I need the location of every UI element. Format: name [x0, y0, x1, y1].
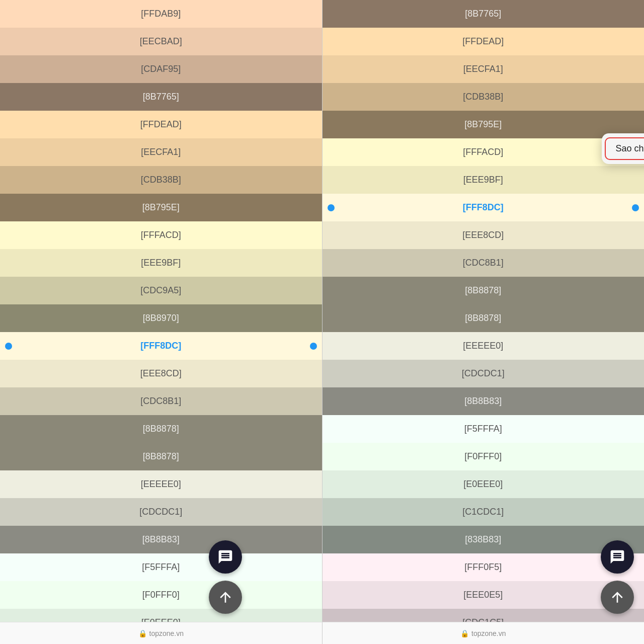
- color-row[interactable]: [8B8878]: [323, 304, 645, 332]
- left-footer: 🔒 topzone.vn: [0, 622, 323, 644]
- color-row[interactable]: [EEEEE0]: [0, 470, 322, 498]
- color-hex-label: [EECFA1]: [463, 64, 503, 74]
- color-row[interactable]: [CDB38B]: [0, 166, 322, 194]
- color-row[interactable]: [FFDAB9]: [0, 0, 322, 28]
- color-hex-label: [FFF8DC]: [463, 202, 504, 213]
- color-hex-label: [EECFA1]: [141, 147, 181, 157]
- color-row[interactable]: [CDAF95]: [0, 55, 322, 83]
- selection-dot-right: [310, 343, 317, 350]
- color-hex-label: [FFFACD]: [463, 147, 503, 157]
- color-hex-label: [CDC8B1]: [463, 258, 504, 268]
- color-row[interactable]: [F5FFFA]: [0, 553, 322, 581]
- selection-dot-left: [328, 204, 335, 211]
- color-hex-label: [F5FFFA]: [142, 562, 180, 573]
- color-row[interactable]: [CDC9A5]: [0, 277, 322, 304]
- color-row[interactable]: [FFF0F5]: [323, 553, 645, 581]
- left-color-panel[interactable]: [FFDAB9][EECBAD][CDAF95][8B7765][FFDEAD]…: [0, 0, 323, 622]
- color-hex-label: [CDAF95]: [141, 64, 181, 74]
- color-hex-label: [8B8878]: [143, 451, 179, 462]
- color-hex-label: [8B8878]: [143, 424, 179, 434]
- color-row[interactable]: [CDC8B1]: [0, 387, 322, 415]
- color-hex-label: [F0FFF0]: [142, 590, 180, 600]
- color-hex-label: [838B83]: [465, 534, 501, 545]
- selection-dot-right: [632, 204, 639, 211]
- selection-dot-left: [5, 343, 12, 350]
- color-row[interactable]: [EECFA1]: [323, 55, 645, 83]
- color-row[interactable]: [EEE9BF]: [0, 249, 322, 277]
- color-hex-label: [E0EEE0]: [141, 617, 181, 622]
- color-row[interactable]: [EEE0E5]: [323, 581, 645, 609]
- color-hex-label: [EEEEE0]: [463, 341, 503, 351]
- left-chat-fab[interactable]: [209, 540, 242, 574]
- color-row[interactable]: [F0FFF0]: [0, 581, 322, 609]
- copy-button[interactable]: Sao chép: [605, 137, 645, 160]
- color-hex-label: [FFF0F5]: [464, 562, 502, 573]
- color-row[interactable]: [FFDEAD]: [323, 28, 645, 55]
- color-row[interactable]: [8B8878]: [0, 415, 322, 443]
- color-hex-label: [CDC8B1]: [140, 396, 181, 407]
- color-hex-label: [8B7765]: [465, 9, 501, 19]
- color-row[interactable]: [FFF8DC]: [0, 332, 322, 360]
- color-row[interactable]: [8B8B83]: [323, 387, 645, 415]
- color-row[interactable]: [8B8B83]: [0, 526, 322, 553]
- color-hex-label: [C1CDC1]: [462, 507, 504, 517]
- color-hex-label: [FFFACD]: [141, 230, 181, 240]
- color-row[interactable]: [CDB38B]: [323, 83, 645, 111]
- color-hex-label: [FFDEAD]: [140, 119, 182, 130]
- color-row[interactable]: [8B7765]: [0, 83, 322, 111]
- footer: 🔒 topzone.vn 🔒 topzone.vn: [0, 622, 644, 644]
- left-arrow-up-icon: [217, 589, 233, 605]
- color-row[interactable]: [FFFACD]: [0, 221, 322, 249]
- color-row[interactable]: [8B8970]: [0, 304, 322, 332]
- color-row[interactable]: [FFFACD]: [323, 138, 645, 166]
- color-row[interactable]: [838B83]: [323, 526, 645, 553]
- color-hex-label: [EEE8CD]: [462, 230, 504, 240]
- right-fab-container: [601, 540, 634, 614]
- color-row[interactable]: [8B795E]: [323, 111, 645, 138]
- color-row[interactable]: [EEE8CD]: [323, 221, 645, 249]
- left-up-fab[interactable]: [209, 581, 242, 614]
- color-row[interactable]: [EEEEE0]: [323, 332, 645, 360]
- right-color-panel[interactable]: Sao chép Chọn tất cả Tìm lựa chọn › [8B7…: [323, 0, 645, 622]
- color-row[interactable]: [CDC8B1]: [323, 249, 645, 277]
- color-row[interactable]: [CDCDC1]: [323, 360, 645, 387]
- color-row[interactable]: [EEE9BF]: [323, 166, 645, 194]
- color-row[interactable]: [E0EEE0]: [0, 609, 322, 622]
- left-site-label: topzone.vn: [149, 629, 184, 637]
- right-site-label: topzone.vn: [471, 629, 506, 637]
- color-hex-label: [EEE8CD]: [140, 368, 182, 379]
- color-row[interactable]: [EECFA1]: [0, 138, 322, 166]
- color-row[interactable]: [FFF8DC]: [323, 194, 645, 221]
- color-hex-label: [8B795E]: [142, 202, 180, 213]
- color-row[interactable]: [EECBAD]: [0, 28, 322, 55]
- color-row[interactable]: [8B8878]: [0, 443, 322, 470]
- color-row[interactable]: [E0EEE0]: [323, 470, 645, 498]
- color-hex-label: [FFDEAD]: [462, 36, 504, 47]
- lock-icon-right: 🔒: [460, 629, 469, 637]
- color-hex-label: [CDB38B]: [463, 92, 503, 102]
- color-row[interactable]: [8B7765]: [323, 0, 645, 28]
- color-row[interactable]: [8B8878]: [323, 277, 645, 304]
- color-row[interactable]: [8B795E]: [0, 194, 322, 221]
- color-row[interactable]: [CDCDC1]: [0, 498, 322, 526]
- arrow-up-icon: [609, 589, 625, 605]
- color-hex-label: [EEE9BF]: [141, 258, 181, 268]
- color-hex-label: [EEEEE0]: [141, 479, 181, 490]
- right-up-fab[interactable]: [601, 581, 634, 614]
- color-row[interactable]: [F5FFFA]: [323, 415, 645, 443]
- color-row[interactable]: [FFDEAD]: [0, 111, 322, 138]
- color-row[interactable]: [C1CDC1]: [323, 498, 645, 526]
- color-row[interactable]: [F0FFF0]: [323, 443, 645, 470]
- color-row[interactable]: [CDC1C5]: [323, 609, 645, 622]
- color-hex-label: [8B8970]: [143, 313, 179, 324]
- color-hex-label: [8B8878]: [465, 285, 501, 296]
- right-footer: 🔒 topzone.vn: [323, 622, 645, 644]
- color-row[interactable]: [EEE8CD]: [0, 360, 322, 387]
- color-hex-label: [F0FFF0]: [464, 451, 502, 462]
- color-hex-label: [EEE9BF]: [463, 175, 503, 185]
- color-hex-label: [8B795E]: [464, 119, 502, 130]
- color-hex-label: [8B7765]: [143, 92, 179, 102]
- color-hex-label: [8B8878]: [465, 313, 501, 324]
- color-hex-label: [FFF8DC]: [140, 341, 181, 351]
- right-chat-fab[interactable]: [601, 540, 634, 574]
